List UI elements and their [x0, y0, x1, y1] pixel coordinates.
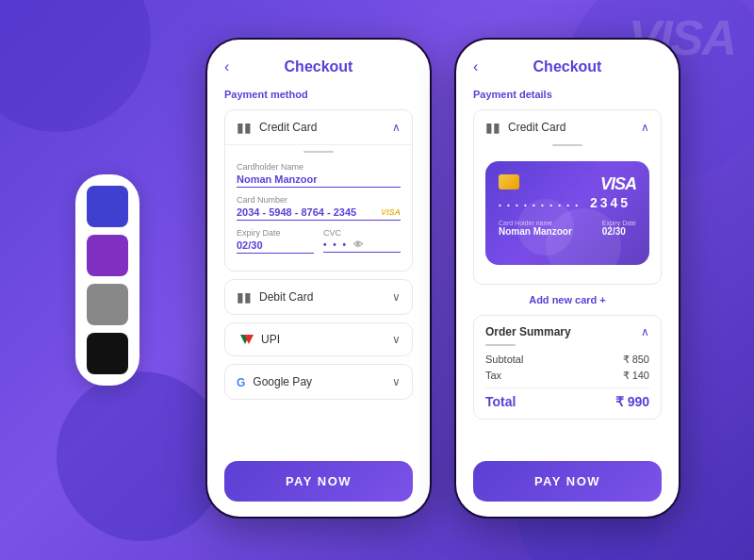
- card-last-digits: 2345: [590, 195, 631, 210]
- right-credit-card-item: ▮▮ Credit Card ∧ VISA • • • • • •: [473, 109, 662, 285]
- upi-icon: [237, 333, 254, 346]
- phone-right: ‹ Checkout Payment details ▮▮ Credit Car…: [454, 38, 680, 519]
- phones-wrapper: ‹ Checkout Payment method ▮▮ Credit Card…: [151, 38, 735, 519]
- expiry-label: Expiry Date: [237, 228, 314, 238]
- page-title-right: Checkout: [533, 58, 602, 75]
- cvc-dots: • • •: [323, 239, 348, 250]
- swatch-purple[interactable]: [87, 235, 128, 276]
- right-chevron-up-icon: ∧: [641, 121, 649, 134]
- phone-right-header: ‹ Checkout: [473, 58, 662, 75]
- phone-left-header: ‹ Checkout: [224, 58, 413, 75]
- tax-value: ₹ 140: [623, 370, 649, 382]
- card-number-label: Card Number: [237, 195, 401, 205]
- upi-header[interactable]: UPI ∨: [225, 323, 412, 355]
- card-number-display: • • • • • • • • • • 2345: [499, 195, 636, 210]
- phone-left-inner: ‹ Checkout Payment method ▮▮ Credit Card…: [207, 40, 430, 517]
- order-summary: Order Summary ∧ Subtotal ₹ 850 Tax ₹ 140…: [473, 315, 662, 420]
- credit-card-header[interactable]: ▮▮ Credit Card ∧: [225, 110, 412, 144]
- google-pay-icon: G: [237, 374, 245, 389]
- cvc-label: CVC: [323, 228, 401, 238]
- credit-card-item: ▮▮ Credit Card ∧ Cardholder Name Noman M…: [224, 109, 413, 272]
- credit-card-form: Cardholder Name Noman Manzoor Card Numbe…: [225, 144, 412, 271]
- chevron-down-upi-icon: ∨: [392, 333, 401, 346]
- expiry-field: Expiry Date 02/30: [237, 228, 314, 254]
- credit-card-icon: ▮▮: [237, 120, 252, 135]
- debit-card-icon: ▮▮: [237, 289, 252, 305]
- swatch-blue[interactable]: [87, 186, 128, 227]
- eye-icon[interactable]: 👁: [353, 239, 363, 250]
- swatch-gray[interactable]: [87, 284, 128, 325]
- cardholder-label: Cardholder Name: [237, 162, 401, 172]
- pay-now-button-right[interactable]: PAY NOW: [473, 461, 662, 502]
- tax-label: Tax: [485, 370, 501, 382]
- swatch-black[interactable]: [87, 333, 128, 374]
- total-value: ₹ 990: [615, 394, 649, 409]
- right-credit-card-label: Credit Card: [508, 121, 641, 134]
- order-divider: [485, 344, 516, 346]
- back-button-right[interactable]: ‹: [473, 58, 478, 75]
- cardholder-value[interactable]: Noman Manzoor: [237, 173, 401, 188]
- cardholder-field: Cardholder Name Noman Manzoor: [237, 162, 401, 188]
- color-palette: [75, 174, 139, 386]
- order-summary-title: Order Summary: [485, 325, 571, 338]
- phone-left: ‹ Checkout Payment method ▮▮ Credit Card…: [205, 38, 432, 519]
- card-visual: VISA • • • • • • • • • • 2345 Card Holde…: [485, 161, 649, 265]
- right-divider: [552, 144, 582, 146]
- debit-card-item[interactable]: ▮▮ Debit Card ∨: [224, 279, 413, 315]
- pay-now-button-left[interactable]: PAY NOW: [224, 461, 413, 502]
- total-row: Total ₹ 990: [485, 387, 649, 409]
- right-credit-card-header[interactable]: ▮▮ Credit Card ∧: [474, 110, 661, 144]
- card-expiry-label: Expiry Date: [602, 220, 636, 226]
- debit-card-header[interactable]: ▮▮ Debit Card ∨: [225, 280, 412, 314]
- cvc-field: CVC • • • 👁: [323, 228, 401, 254]
- payment-method-label: Payment method: [224, 89, 413, 100]
- total-label: Total: [485, 394, 516, 409]
- expiry-value[interactable]: 02/30: [237, 239, 314, 254]
- upi-item[interactable]: UPI ∨: [224, 322, 413, 356]
- debit-card-label: Debit Card: [259, 290, 392, 304]
- chevron-down-debit-icon: ∨: [392, 290, 401, 304]
- back-button-left[interactable]: ‹: [224, 58, 229, 75]
- upi-label: UPI: [261, 333, 392, 346]
- card-chip: [499, 174, 519, 189]
- form-divider: [303, 151, 334, 153]
- card-holder-label: Card Holder name: [499, 220, 572, 226]
- phone-right-inner: ‹ Checkout Payment details ▮▮ Credit Car…: [456, 40, 679, 517]
- credit-card-label: Credit Card: [259, 121, 392, 134]
- payment-details-label: Payment details: [473, 89, 662, 100]
- google-pay-label: Google Pay: [253, 375, 392, 388]
- bg-blob-1: [0, 0, 151, 132]
- cvc-value[interactable]: • • • 👁: [323, 239, 401, 253]
- subtotal-value: ₹ 850: [623, 354, 649, 366]
- tax-row: Tax ₹ 140: [485, 370, 649, 382]
- chevron-up-icon: ∧: [392, 121, 401, 134]
- visa-badge: VISA: [381, 207, 401, 217]
- subtotal-label: Subtotal: [485, 354, 523, 366]
- add-card-link[interactable]: Add new card +: [473, 294, 662, 305]
- page-title-left: Checkout: [285, 58, 353, 75]
- card-blob-2: [517, 199, 574, 255]
- order-summary-header: Order Summary ∧: [485, 325, 649, 338]
- order-chevron-icon: ∧: [641, 325, 649, 338]
- subtotal-row: Subtotal ₹ 850: [485, 354, 649, 366]
- google-pay-item[interactable]: G Google Pay ∨: [224, 364, 413, 400]
- card-number-field: Card Number 2034 - 5948 - 8764 - 2345 VI…: [237, 195, 401, 221]
- card-visa-logo: VISA: [600, 174, 636, 194]
- right-cc-icon: ▮▮: [485, 120, 500, 135]
- chevron-down-gpay-icon: ∨: [392, 375, 401, 388]
- card-number-value[interactable]: 2034 - 5948 - 8764 - 2345 VISA: [237, 206, 401, 221]
- google-pay-header[interactable]: G Google Pay ∨: [225, 365, 412, 399]
- expiry-cvc-row: Expiry Date 02/30 CVC • • • 👁: [237, 228, 401, 261]
